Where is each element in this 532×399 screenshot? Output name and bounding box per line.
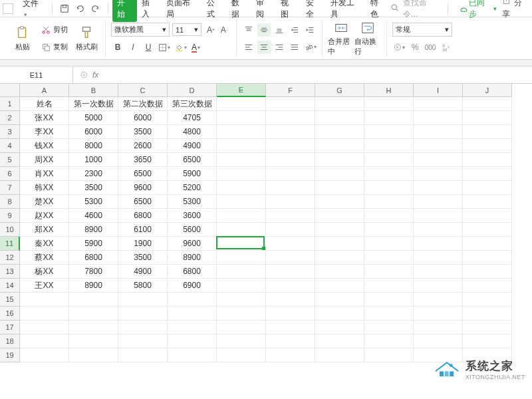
cell-A12[interactable]: 蔡XX — [20, 251, 69, 265]
cell-F8[interactable] — [266, 195, 315, 209]
cell-E10[interactable] — [217, 223, 266, 237]
cell-F15[interactable] — [266, 293, 315, 307]
ribbon-tab-4[interactable]: 数据 — [227, 0, 251, 22]
cell-J1[interactable] — [463, 97, 512, 111]
col-header-I[interactable]: I — [414, 84, 463, 97]
cell-A5[interactable]: 周XX — [20, 153, 69, 167]
cell-E7[interactable] — [217, 181, 266, 195]
row-header-10[interactable]: 10 — [0, 223, 20, 237]
cell-D3[interactable]: 4800 — [168, 125, 217, 139]
cell-I8[interactable] — [414, 195, 463, 209]
align-middle-icon[interactable] — [257, 23, 271, 37]
cell-A11[interactable]: 秦XX — [20, 237, 69, 251]
cell-J14[interactable] — [463, 279, 512, 293]
decrease-indent-icon[interactable] — [288, 23, 301, 37]
formula-input[interactable] — [105, 66, 532, 83]
cell-A2[interactable]: 张XX — [20, 111, 69, 125]
cell-D10[interactable]: 5600 — [168, 223, 217, 237]
cell-G14[interactable] — [315, 279, 364, 293]
cell-B4[interactable]: 8000 — [69, 139, 118, 153]
cell-B11[interactable]: 5900 — [69, 237, 118, 251]
cell-I14[interactable] — [414, 279, 463, 293]
cell-B17[interactable] — [69, 321, 118, 334]
cell-H1[interactable] — [364, 97, 414, 111]
cell-I4[interactable] — [414, 139, 463, 153]
decrease-font-icon[interactable]: A- — [217, 23, 231, 37]
cell-G17[interactable] — [315, 321, 364, 334]
cell-C16[interactable] — [118, 307, 168, 321]
cell-J18[interactable] — [463, 334, 512, 348]
cell-F16[interactable] — [266, 307, 315, 321]
cell-D5[interactable]: 6500 — [168, 153, 217, 167]
cell-B12[interactable]: 6800 — [69, 251, 118, 265]
cell-E8[interactable] — [217, 195, 266, 209]
cell-G5[interactable] — [315, 153, 364, 167]
cell-I17[interactable] — [414, 321, 463, 334]
row-header-3[interactable]: 3 — [0, 125, 20, 139]
cell-D4[interactable]: 4900 — [168, 139, 217, 153]
row-header-2[interactable]: 2 — [0, 111, 20, 125]
row-header-4[interactable]: 4 — [0, 139, 20, 153]
cell-I12[interactable] — [414, 251, 463, 265]
row-header-12[interactable]: 12 — [0, 251, 20, 265]
cell-H16[interactable] — [364, 307, 414, 321]
cell-E3[interactable] — [217, 125, 266, 139]
align-left-icon[interactable] — [242, 41, 255, 54]
cell-B6[interactable]: 2300 — [69, 167, 118, 181]
cell-E15[interactable] — [217, 293, 266, 307]
cell-I16[interactable] — [414, 307, 463, 321]
cell-G6[interactable] — [315, 167, 364, 181]
cell-I5[interactable] — [414, 153, 463, 167]
undo-icon[interactable] — [74, 3, 86, 15]
cell-J5[interactable] — [463, 153, 512, 167]
row-header-19[interactable]: 19 — [0, 348, 20, 362]
cell-B5[interactable]: 1000 — [69, 153, 118, 167]
cell-I15[interactable] — [414, 293, 463, 307]
paste-button[interactable]: 粘贴 — [9, 21, 36, 57]
number-format-select[interactable]: 常规▾ — [392, 23, 452, 37]
cell-C3[interactable]: 3500 — [118, 125, 168, 139]
cell-C2[interactable]: 6000 — [118, 111, 168, 125]
cell-C11[interactable]: 1900 — [118, 237, 168, 251]
cell-H5[interactable] — [364, 153, 414, 167]
cell-E5[interactable] — [217, 153, 266, 167]
copy-button[interactable]: 复制 — [39, 40, 70, 55]
col-header-B[interactable]: B — [69, 84, 118, 97]
cell-A8[interactable]: 楚XX — [20, 195, 69, 209]
cell-H15[interactable] — [364, 293, 414, 307]
increase-font-icon[interactable]: A+ — [204, 23, 217, 37]
cell-D13[interactable]: 6800 — [168, 265, 217, 279]
underline-button[interactable]: U — [142, 41, 155, 54]
cell-E11[interactable] — [217, 237, 266, 251]
col-header-A[interactable]: A — [20, 84, 69, 97]
cell-A17[interactable] — [20, 321, 69, 334]
cell-E1[interactable] — [217, 97, 266, 111]
cell-B18[interactable] — [69, 334, 118, 348]
comma-icon[interactable]: 000 — [424, 41, 437, 54]
cell-I3[interactable] — [414, 125, 463, 139]
font-size-select[interactable]: 11▾ — [172, 23, 201, 36]
cell-G11[interactable] — [315, 237, 364, 251]
cell-A18[interactable] — [20, 334, 69, 348]
cell-H8[interactable] — [364, 195, 414, 209]
cell-F11[interactable] — [266, 237, 315, 251]
cell-D14[interactable]: 6900 — [168, 279, 217, 293]
currency-icon[interactable]: ¥ — [392, 41, 406, 54]
cell-F18[interactable] — [266, 334, 315, 348]
ribbon-tab-1[interactable]: 插入 — [137, 0, 162, 22]
cell-G8[interactable] — [315, 195, 364, 209]
redo-icon[interactable] — [90, 3, 102, 15]
cell-B3[interactable]: 6000 — [69, 125, 118, 139]
cell-C8[interactable]: 6500 — [118, 195, 168, 209]
align-center-icon[interactable] — [257, 41, 271, 54]
cell-J2[interactable] — [463, 111, 512, 125]
col-header-E[interactable]: E — [217, 84, 266, 97]
cell-D15[interactable] — [168, 293, 217, 307]
cell-C7[interactable]: 9600 — [118, 181, 168, 195]
cell-B1[interactable]: 第一次数据 — [69, 97, 118, 111]
cell-E18[interactable] — [217, 334, 266, 348]
row-header-16[interactable]: 16 — [0, 307, 20, 321]
cell-I6[interactable] — [414, 167, 463, 181]
cell-B2[interactable]: 5000 — [69, 111, 118, 125]
cell-J8[interactable] — [463, 195, 512, 209]
